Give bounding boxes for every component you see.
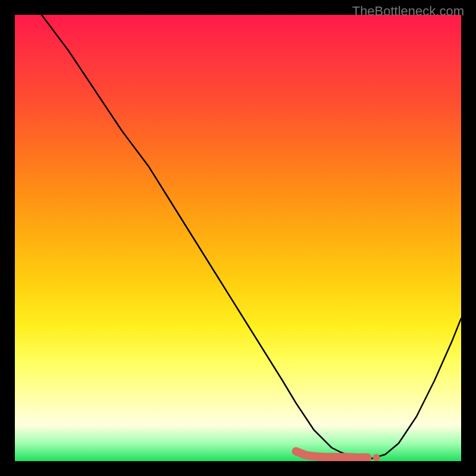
optimal-zone-markers bbox=[296, 452, 380, 462]
watermark-text: TheBottleneck.com bbox=[352, 4, 464, 19]
optimal-zone-end-dot bbox=[373, 454, 380, 461]
chart-plot-area bbox=[15, 15, 461, 461]
optimal-zone-stroke bbox=[296, 452, 368, 458]
chart-svg bbox=[15, 15, 461, 461]
bottleneck-curve-path bbox=[42, 15, 461, 459]
